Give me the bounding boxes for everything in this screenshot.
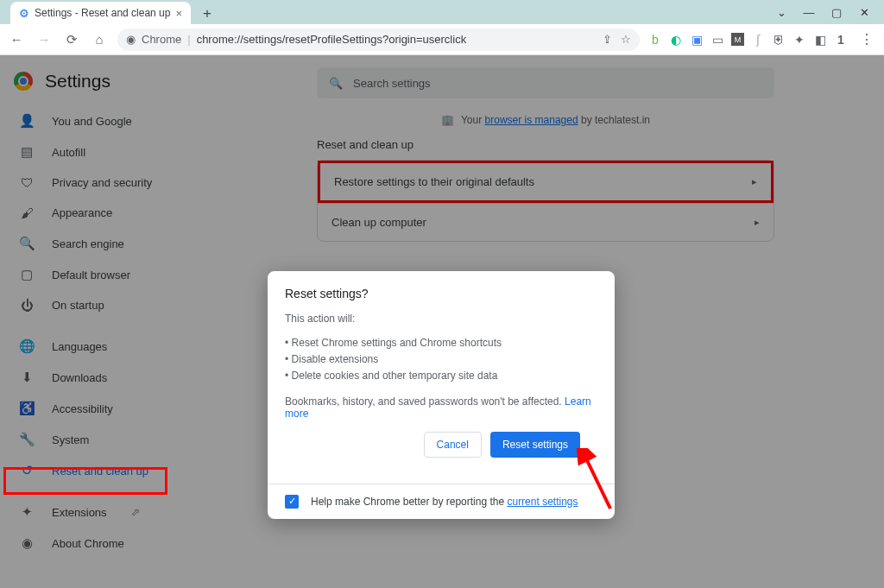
ext-icon-8[interactable]: ◧ xyxy=(813,33,827,47)
forward-button[interactable]: → xyxy=(35,32,54,47)
url-text: chrome://settings/resetProfileSettings?o… xyxy=(197,33,467,46)
window-controls: ⌄ — ▢ ✕ xyxy=(775,6,879,19)
dialog-title: Reset settings? xyxy=(285,287,597,300)
report-checkbox[interactable]: ✓ xyxy=(285,495,299,509)
browser-tab[interactable]: ⚙ Settings - Reset and clean up × xyxy=(10,2,191,24)
maximize-button[interactable]: ▢ xyxy=(830,6,843,19)
close-window-button[interactable]: ✕ xyxy=(858,6,870,19)
ext-icon-3[interactable]: ▣ xyxy=(690,33,704,47)
dialog-bullets: • Reset Chrome settings and Chrome short… xyxy=(285,335,597,385)
new-tab-button[interactable]: + xyxy=(196,3,218,24)
gear-icon: ⚙ xyxy=(19,7,29,20)
ext-icon-5[interactable]: M xyxy=(731,33,744,46)
back-button[interactable]: ← xyxy=(7,32,26,47)
ext-icon-6[interactable]: ʃ xyxy=(751,33,765,47)
content-area: Settings 👤You and Google ▤Autofill 🛡Priv… xyxy=(0,55,884,588)
reload-button[interactable]: ⟳ xyxy=(62,32,81,47)
current-settings-link[interactable]: current settings xyxy=(507,496,578,508)
close-tab-icon[interactable]: × xyxy=(175,7,182,20)
reset-settings-button[interactable]: Reset settings xyxy=(490,432,580,458)
cancel-button[interactable]: Cancel xyxy=(424,432,482,458)
minimize-button[interactable]: — xyxy=(803,6,815,19)
extensions-puzzle-icon[interactable]: ✦ xyxy=(792,33,806,47)
chevron-down-icon[interactable]: ⌄ xyxy=(775,6,787,19)
home-button[interactable]: ⌂ xyxy=(90,32,109,47)
share-icon[interactable]: ⇪ xyxy=(603,33,612,46)
ext-icon-7[interactable]: ⛨ xyxy=(772,33,786,47)
bookmark-star-icon[interactable]: ☆ xyxy=(621,33,631,46)
tab-strip: ⚙ Settings - Reset and clean up × + xyxy=(5,0,218,24)
url-scheme-label: Chrome xyxy=(142,33,181,46)
browser-toolbar: ← → ⟳ ⌂ ◉ Chrome | chrome://settings/res… xyxy=(0,24,884,55)
extension-icons: b ◐ ▣ ▭ M ʃ ⛨ ✦ ◧ 1 xyxy=(648,33,848,47)
site-info-icon: ◉ xyxy=(126,33,136,46)
dialog-footer: ✓ Help make Chrome better by reporting t… xyxy=(268,484,615,519)
ext-icon-1[interactable]: b xyxy=(648,33,662,47)
tab-title: Settings - Reset and clean up xyxy=(35,7,170,19)
ext-icon-9[interactable]: 1 xyxy=(834,33,848,47)
reset-settings-dialog: Reset settings? This action will: • Rese… xyxy=(268,271,615,519)
dialog-intro: This action will: xyxy=(285,313,597,325)
annotation-highlight xyxy=(3,467,167,495)
window-titlebar: ⚙ Settings - Reset and clean up × + ⌄ — … xyxy=(0,0,884,24)
ext-icon-4[interactable]: ▭ xyxy=(710,33,724,47)
ext-icon-2[interactable]: ◐ xyxy=(669,33,683,47)
chrome-menu-button[interactable]: ⋮ xyxy=(856,31,877,47)
address-bar[interactable]: ◉ Chrome | chrome://settings/resetProfil… xyxy=(117,28,640,51)
dialog-note: Bookmarks, history, and saved passwords … xyxy=(285,395,597,420)
